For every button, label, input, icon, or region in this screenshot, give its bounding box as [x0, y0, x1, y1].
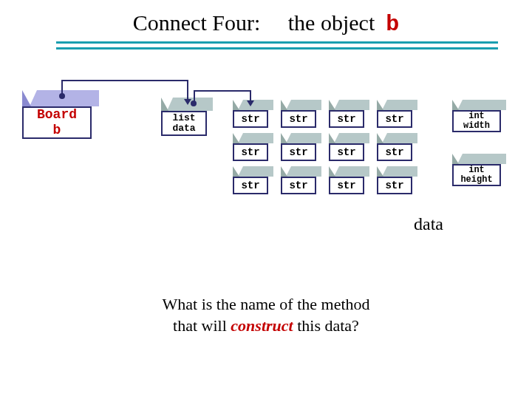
box-listdata-line1: list	[172, 113, 195, 123]
box-board-line2: b	[53, 123, 61, 138]
page-title: Connect Four: the object b	[0, 10, 532, 37]
question-line1: What is the name of the method	[162, 295, 369, 313]
question-line2-post: this data?	[293, 316, 359, 335]
box-listdata-line2: data	[172, 123, 195, 134]
box-height-line2: height	[460, 175, 492, 185]
title-mid: the object	[288, 10, 375, 35]
title-rule-bottom	[56, 47, 498, 50]
question-line2-pre: that will	[173, 316, 231, 335]
connector-line	[61, 80, 63, 95]
connector-line	[61, 80, 188, 81]
question-construct: construct	[231, 316, 293, 335]
title-left: Connect Four:	[133, 10, 261, 35]
title-rule-top	[56, 41, 498, 44]
connector-line	[187, 80, 188, 100]
connector-line	[194, 90, 251, 92]
title-b: b	[386, 12, 399, 37]
box-board-line1: Board	[37, 107, 77, 123]
question-text: What is the name of the method that will…	[0, 294, 532, 336]
box-width-line2: width	[463, 121, 490, 131]
arrowhead-icon	[247, 100, 254, 106]
connector-line	[194, 90, 195, 102]
data-caption: data	[414, 214, 443, 234]
